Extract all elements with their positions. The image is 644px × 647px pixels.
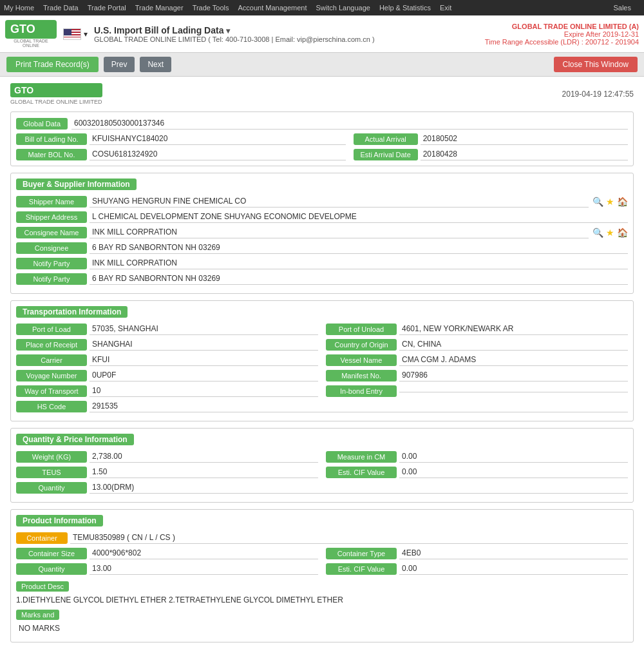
nav-exit[interactable]: Exit	[440, 4, 451, 12]
voyage-pair: Voyage Number 0UP0F	[16, 369, 318, 381]
nav-trade-manager[interactable]: Trade Manager	[135, 4, 184, 12]
shipper-search-icon[interactable]: 🔍	[592, 197, 603, 207]
esti-arrival-value: 20180428	[421, 148, 628, 160]
product-cif-label: Esti. CIF Value	[326, 563, 397, 575]
time-range-info: Time Range Accessible (LDR) : 200712 - 2…	[485, 38, 639, 46]
vessel-pair: Vessel Name CMA CGM J. ADAMS	[326, 354, 628, 366]
country-origin-value: CN, CHINA	[399, 338, 628, 351]
header-right-info: GLOBAL TRADE ONLINE LIMITED (A) Expire A…	[485, 23, 639, 46]
nav-account-management[interactable]: Account Management	[238, 4, 307, 12]
hs-code-value: 291535	[90, 400, 628, 412]
global-data-value: 600320180503000137346	[71, 117, 628, 130]
vessel-value: CMA CGM J. ADAMS	[399, 354, 628, 366]
nav-help-statistics[interactable]: Help & Statistics	[379, 4, 431, 12]
mater-bol-value: COSU6181324920	[90, 148, 346, 160]
product-desc-box: Product Desc 1.DIETHYLENE GLYCOL DIETHYL…	[16, 579, 628, 637]
product-cif-value: 0.00	[399, 563, 628, 575]
product-cif-pair: Esti. CIF Value 0.00	[326, 563, 628, 575]
product-qty-pair: Quantity 13.00	[16, 563, 318, 575]
prev-button-top[interactable]: Prev	[104, 57, 135, 72]
global-data-label: Global Data	[16, 118, 68, 130]
receipt-origin-row: Place of Receipt SHANGHAI Country of Ori…	[16, 338, 628, 351]
product-qty-cif-row: Quantity 13.00 Esti. CIF Value 0.00	[16, 563, 628, 575]
nav-sales[interactable]: Sales	[613, 4, 631, 12]
shipper-name-row: Shipper Name SHUYANG HENGRUN FINE CHEMIC…	[16, 195, 628, 208]
next-button-top[interactable]: Next	[140, 57, 171, 72]
cif-label: Esti. CIF Value	[326, 467, 397, 478]
measure-label: Measure in CM	[326, 451, 397, 463]
manifest-label: Manifest No.	[326, 370, 397, 381]
consignee-home-icon[interactable]: 🏠	[617, 227, 628, 238]
title-dropdown-icon[interactable]: ▾	[226, 26, 230, 35]
product-qty-value: 13.00	[90, 563, 318, 575]
measure-pair: Measure in CM 0.00	[326, 450, 628, 463]
weight-pair: Weight (KG) 2,738.00	[16, 450, 318, 463]
shipper-star-icon[interactable]: ★	[606, 197, 614, 207]
nav-trade-tools[interactable]: Trade Tools	[193, 4, 229, 12]
port-load-pair: Port of Load 57035, SHANGHAI	[16, 323, 318, 335]
voyage-value: 0UP0F	[90, 369, 318, 381]
container-size-pair: Container Size 4000*906*802	[16, 547, 318, 559]
notify-party-value2: 6 BAY RD SANBORNTON NH 03269	[90, 273, 628, 285]
mater-bol-pair: Mater BOL No. COSU6181324920	[16, 148, 346, 160]
cif-pair: Esti. CIF Value 0.00	[326, 466, 628, 478]
port-load-label: Port of Load	[16, 324, 87, 335]
inbond-pair: In-bond Entry	[326, 385, 628, 397]
hs-code-label: HS Code	[16, 401, 87, 412]
notify-party-row2: Notify Party 6 BAY RD SANBORNTON NH 0326…	[16, 273, 628, 285]
transport-section: Transportation Information Port of Load …	[10, 300, 634, 421]
consignee-star-icon[interactable]: ★	[606, 227, 614, 238]
top-navigation: My Home Trade Data Trade Portal Trade Ma…	[0, 0, 644, 15]
notify-party-value1: INK MILL CORPRATION	[90, 257, 628, 269]
consignee-name-row: Consignee Name INK MILL CORPRATION 🔍 ★ 🏠	[16, 226, 628, 238]
nav-trade-portal[interactable]: Trade Portal	[88, 4, 126, 12]
logo-text: GTO	[5, 20, 57, 39]
port-unload-value: 4601, NEW YORK/NEWARK AR	[399, 323, 628, 335]
weight-label: Weight (KG)	[16, 451, 87, 463]
consignee-name-label: Consignee Name	[16, 227, 87, 238]
close-button-top[interactable]: Close This Window	[554, 57, 638, 72]
record-logo-text: GTO	[10, 83, 102, 97]
logo: GTO GLOBAL TRADE ONLINE	[5, 18, 57, 50]
print-button-top[interactable]: Print Trade Record(s)	[6, 57, 99, 72]
main-title-text: U.S. Import Bill of Lading Data	[94, 25, 223, 35]
expire-info: Expire After 2019-12-31	[485, 30, 639, 38]
container-size-label: Container Size	[16, 548, 87, 559]
shipper-home-icon[interactable]: 🏠	[617, 197, 628, 207]
flag-area: ▾	[63, 28, 88, 40]
shipper-address-value: L CHEMICAL DEVELOPMENT ZONE SHUYANG ECON…	[90, 211, 628, 223]
consignee-search-icon[interactable]: 🔍	[592, 227, 603, 238]
consignee-label: Consignee	[16, 242, 87, 254]
voyage-label: Voyage Number	[16, 370, 87, 381]
way-transport-pair: Way of Transport 10	[16, 385, 318, 397]
nav-switch-language[interactable]: Switch Language	[316, 4, 370, 12]
product-qty-label: Quantity	[16, 563, 87, 575]
buyer-supplier-title: Buyer & Supplier Information	[16, 179, 137, 190]
manifest-pair: Manifest No. 907986	[326, 369, 628, 381]
quantity-row: Quantity 13.00(DRM)	[16, 481, 628, 494]
transport-title: Transportation Information	[16, 306, 128, 318]
record-logo-subtext: GLOBAL TRADE ONLINE LIMITED	[10, 99, 102, 105]
manifest-value: 907986	[399, 369, 628, 381]
quantity-section: Quantity & Price Information Weight (KG)…	[10, 428, 634, 503]
shipper-address-label: Shipper Address	[16, 211, 87, 223]
nav-trade-data[interactable]: Trade Data	[43, 4, 79, 12]
quantity-title: Quantity & Price Information	[16, 434, 134, 445]
product-section: Product Information Container TEMU835098…	[10, 509, 634, 642]
header-subtitle: GLOBAL TRADE ONLINE LIMITED ( Tel: 400-7…	[94, 35, 485, 43]
shipper-address-row: Shipper Address L CHEMICAL DEVELOPMENT Z…	[16, 211, 628, 223]
place-receipt-pair: Place of Receipt SHANGHAI	[16, 338, 318, 351]
actual-arrival-pair: Actual Arrival 20180502	[354, 133, 628, 145]
consignee-name-value: INK MILL CORPRATION	[90, 226, 589, 238]
actual-arrival-value: 20180502	[421, 133, 628, 145]
container-type-label: Container Type	[326, 548, 397, 559]
notify-party-label2: Notify Party	[16, 273, 87, 285]
main-content: GTO GLOBAL TRADE ONLINE LIMITED 2019-04-…	[0, 77, 644, 647]
country-origin-label: Country of Origin	[326, 339, 397, 351]
flag-dropdown[interactable]: ▾	[84, 30, 88, 39]
nav-my-home[interactable]: My Home	[4, 4, 34, 12]
carrier-pair: Carrier KFUI	[16, 354, 318, 366]
port-row: Port of Load 57035, SHANGHAI Port of Unl…	[16, 323, 628, 335]
product-desc-value: 1.DIETHYLENE GLYCOL DIETHYL ETHER 2.TETR…	[16, 594, 628, 606]
marks-value: NO MARKS	[16, 623, 628, 634]
